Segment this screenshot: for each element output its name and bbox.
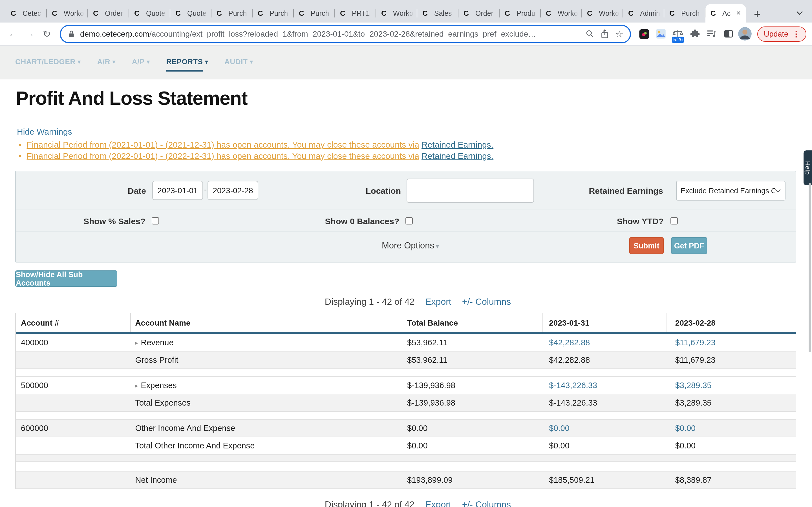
amount-cell[interactable]: $0.00 [667, 420, 796, 437]
filter-row-actions: More Options▾ Submit Get PDF [16, 231, 796, 263]
cetec-favicon-icon: C [505, 9, 513, 17]
amount-cell: $53,962.11 [400, 334, 543, 351]
tab-close-icon[interactable]: ✕ [736, 10, 741, 17]
zoom-page-icon[interactable] [585, 29, 594, 38]
account-name-cell: Total Other Income And Expense [131, 437, 400, 454]
browser-tab[interactable]: CPRT1 [335, 4, 376, 22]
browser-toolbar: ← → ↻ demo.cetecerp.com/accounting/ext_p… [0, 22, 812, 46]
forward-button[interactable]: → [22, 26, 37, 41]
scrollbar-thumb[interactable] [809, 183, 811, 352]
more-options-toggle[interactable]: More Options▾ [382, 240, 439, 251]
caret-down-icon: ▾ [250, 58, 253, 64]
retained-earnings-select[interactable]: Exclude Retained Earnings On 'A [676, 181, 785, 201]
submit-button[interactable]: Submit [629, 237, 664, 254]
new-tab-button[interactable]: + [754, 8, 760, 20]
show-zero-balances-checkbox[interactable] [405, 217, 413, 224]
account-number-cell: 500000 [16, 377, 131, 394]
browser-tab[interactable]: CSales [417, 4, 458, 22]
tab-title: Worko [599, 9, 620, 17]
cetec-favicon-icon: C [628, 9, 637, 17]
columns-link[interactable]: +/- Columns [462, 500, 511, 507]
retained-earnings-link[interactable]: Retained Earnings. [421, 140, 493, 149]
extension-scale-icon[interactable]: 5.26 [671, 26, 686, 41]
amount-cell[interactable]: $42,282.88 [543, 334, 667, 351]
extension-photo-icon[interactable] [654, 26, 668, 41]
expand-triangle-icon[interactable]: ▸ [135, 339, 138, 346]
bookmark-star-icon[interactable]: ☆ [615, 29, 623, 39]
help-tab[interactable]: Help [804, 151, 812, 185]
bullet-icon: • [18, 151, 22, 160]
update-button[interactable]: Update ⋮ [758, 26, 806, 41]
nav-item-label: AUDIT [224, 57, 248, 66]
export-link[interactable]: Export [425, 500, 451, 507]
profile-avatar[interactable] [739, 27, 752, 41]
retained-earnings-link[interactable]: Retained Earnings. [421, 151, 493, 160]
nav-item-audit[interactable]: AUDIT▾ [224, 57, 253, 66]
amount-cell[interactable]: $3,289.35 [667, 377, 796, 394]
browser-tab[interactable]: CWorko [541, 4, 582, 22]
browser-tab[interactable]: CCetec [6, 4, 47, 22]
table-body: 400000▸Revenue$53,962.11$42,282.88$11,67… [16, 334, 796, 489]
expand-triangle-icon[interactable]: ▸ [135, 382, 138, 388]
account-name-cell: Gross Profit [131, 351, 400, 369]
tab-title: Produ [516, 9, 538, 17]
location-input[interactable] [407, 179, 534, 203]
back-button[interactable]: ← [6, 26, 20, 41]
tab-title: Admin [640, 9, 661, 17]
browser-tab[interactable]: CAdmin [623, 4, 664, 22]
browser-tab[interactable]: CQuote [170, 4, 211, 22]
date-from-input[interactable]: 2023-01-01 [152, 181, 203, 200]
table-row: Gross Profit$53,962.11$42,282.88$11,679.… [16, 351, 796, 369]
media-playlist-icon[interactable] [705, 26, 719, 41]
amount-cell: $0.00 [543, 437, 667, 454]
filter-row-checkboxes: Show % Sales? Show 0 Balances? Show YTD? [16, 210, 796, 231]
amount-cell[interactable]: $0.00 [543, 420, 667, 437]
export-link[interactable]: Export [425, 297, 451, 307]
amount-cell[interactable]: $-143,226.33 [543, 377, 667, 394]
browser-tab[interactable]: CPurch [211, 4, 253, 22]
browser-tab[interactable]: CPurch [294, 4, 335, 22]
get-pdf-button[interactable]: Get PDF [671, 237, 707, 254]
browser-tab[interactable]: CAc✕ [705, 4, 746, 22]
browser-tab[interactable]: CPurch [664, 4, 705, 22]
warning-text-link[interactable]: Financial Period from (2021-01-01) - (20… [27, 140, 419, 149]
nav-item-a-r[interactable]: A/R▾ [97, 57, 115, 66]
show-ytd-checkbox[interactable] [670, 217, 678, 224]
nav-item-reports[interactable]: REPORTS▾ [166, 57, 208, 66]
date-to-input[interactable]: 2023-02-28 [207, 181, 258, 200]
side-panel-icon[interactable] [721, 26, 736, 41]
lock-icon[interactable] [68, 30, 75, 38]
browser-tab[interactable]: CQuote [129, 4, 170, 22]
browser-tab[interactable]: CPurch [253, 4, 294, 22]
extensions-puzzle-icon[interactable] [688, 26, 702, 41]
account-name-cell: Net Income [131, 471, 400, 489]
browser-menu-kebab-icon[interactable]: ⋮ [792, 29, 800, 38]
nav-item-chart-ledger[interactable]: CHART/LEDGER▾ [15, 57, 81, 66]
show-percent-sales-checkbox[interactable] [152, 217, 159, 224]
reload-button[interactable]: ↻ [40, 26, 54, 41]
table-spacer-row [16, 462, 796, 471]
tab-search-chevron-icon[interactable] [796, 11, 803, 15]
extension-badge: 5.26 [672, 37, 684, 43]
address-bar[interactable]: demo.cetecerp.com/accounting/ext_profit_… [60, 24, 631, 43]
caret-down-icon: ▾ [112, 58, 116, 64]
table-spacer-row [16, 455, 796, 462]
columns-link[interactable]: +/- Columns [462, 297, 511, 307]
hide-warnings-link[interactable]: Hide Warnings [17, 127, 72, 136]
amount-cell[interactable]: $11,679.23 [667, 334, 796, 351]
cetec-favicon-icon: C [134, 9, 143, 17]
warning-text-link[interactable]: Financial Period from (2022-01-01) - (20… [27, 151, 419, 160]
browser-tab[interactable]: COrder [88, 4, 129, 22]
nav-item-a-p[interactable]: A/P▾ [132, 57, 150, 66]
browser-tab[interactable]: CProdu [500, 4, 541, 22]
show-hide-sub-accounts-button[interactable]: Show/Hide All Sub Accounts [15, 270, 117, 287]
browser-tab[interactable]: CWorko [582, 4, 623, 22]
browser-tab[interactable]: CWorko [376, 4, 417, 22]
pnl-table: Account #Account NameTotal Balance2023-0… [15, 313, 796, 489]
tab-title: Order [475, 9, 496, 17]
tab-strip: CCetecCWorkoCOrderCQuoteCQuoteCPurchCPur… [0, 0, 812, 22]
extension-docs-icon[interactable] [637, 26, 652, 41]
browser-tab[interactable]: COrder [458, 4, 500, 22]
browser-tab[interactable]: CWorko [47, 4, 88, 22]
share-icon[interactable] [601, 29, 609, 39]
